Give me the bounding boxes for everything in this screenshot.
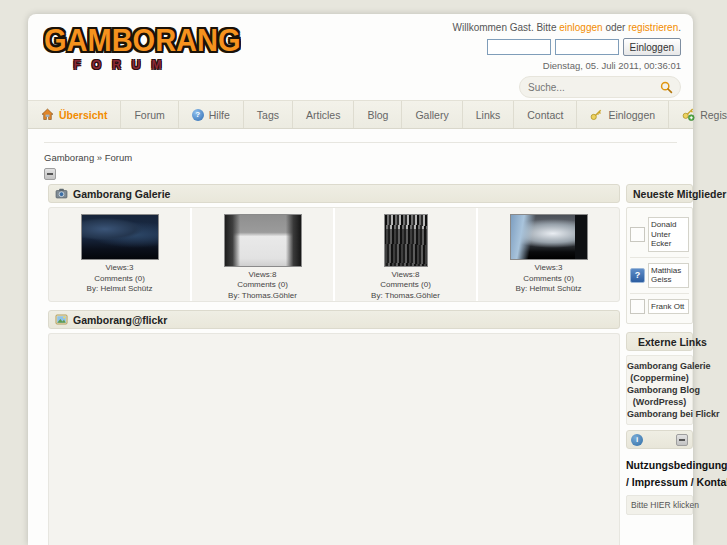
key-plus-icon [682,108,695,121]
search-input[interactable] [528,82,660,93]
gallery-section-title: Gamborang Galerie [73,188,170,200]
key-icon [590,108,603,121]
site-logo[interactable]: GAMBORANG FORUM [44,24,194,72]
comments-count: Comments (0) [516,274,582,285]
member-row: Donald Unter Ecker [630,212,689,257]
breadcrumb: Gamborang » Forum [44,152,132,163]
gallery-caption: Views:8 Comments (0) By: Thomas.Göhler [228,270,297,302]
gallery-thumbnail-4[interactable] [510,214,588,260]
collapse-icon[interactable] [44,168,56,180]
author-line: By: Thomas.Göhler [371,291,440,302]
nav-label: Registrieren [700,109,727,121]
welcome-suffix: . [678,22,681,33]
nav-item-contact[interactable]: Contact [514,101,577,128]
camera-icon [55,187,68,200]
gallery-item: Views:8 Comments (0) By: Thomas.Göhler [333,208,476,301]
nav-item-links[interactable]: Links [463,101,515,128]
legal-header: Nutzungsbedingungen / Impressum / Kontak… [626,457,693,491]
external-links-header: Externe Links [626,332,693,351]
legal-click-link[interactable]: Bitte HIER klicken [626,495,693,515]
question-avatar-icon[interactable]: ? [630,268,645,283]
nav-label: Blog [367,109,388,121]
divider [44,142,677,143]
member-name-link[interactable]: Matthias Geiss [648,263,689,288]
main-content: Gamborang Galerie Views:3 Comments (0) B… [48,184,620,545]
breadcrumb-home[interactable]: Gamborang [44,152,94,163]
login-form: Einloggen [487,38,681,56]
info-icon: i [631,434,643,446]
link-gamborang-blog-sub[interactable]: (WordPress) [627,396,692,408]
link-gamborang-flickr[interactable]: Gamborang bei Flickr [627,408,692,420]
datetime-display: Dienstag, 05. Juli 2011, 00:36:01 [543,60,681,71]
avatar[interactable] [630,299,645,314]
nav-item-gallery[interactable]: Gallery [402,101,462,128]
link-gamborang-galerie-sub[interactable]: (Coppermine) [627,372,692,384]
author-line: By: Helmut Schütz [87,284,153,295]
member-name-link[interactable]: Donald Unter Ecker [648,217,689,252]
comments-count: Comments (0) [371,280,440,291]
gallery-item: Views:3 Comments (0) By: Helmut Schütz [49,208,190,301]
sidebar: Neueste Mitglieder Donald Unter Ecker ? … [626,184,693,515]
nav-item-forum[interactable]: Forum [121,101,178,128]
nav-item-uebersicht[interactable]: Übersicht [28,101,121,128]
page-card: GAMBORANG FORUM Willkommen Gast. Bitte e… [28,14,693,545]
username-field[interactable] [487,39,551,55]
gallery-caption: Views:3 Comments (0) By: Helmut Schütz [87,263,153,295]
welcome-text-mid: oder [605,22,625,33]
author-line: By: Helmut Schütz [516,284,582,295]
collapse-icon-sidebar[interactable] [676,434,688,446]
members-box: Donald Unter Ecker ? Matthias Geiss Fran… [626,207,693,324]
gallery-thumbnail-2[interactable] [224,214,302,267]
logo-title: GAMBORANG [44,23,194,59]
legal-line-2: / Impressum / Kontakt [626,474,693,491]
home-icon [41,108,54,121]
nav-label: Hilfe [209,109,230,121]
members-header: Neueste Mitglieder [626,184,693,203]
nav-label: Forum [134,109,164,121]
comments-count: Comments (0) [228,280,297,291]
nav-item-tags[interactable]: Tags [244,101,293,128]
logo-subtitle: FORUM [44,58,194,72]
members-title: Neueste Mitglieder [633,188,726,200]
welcome-line: Willkommen Gast. Bitte einloggen oder re… [453,22,681,33]
gallery-item: Views:3 Comments (0) By: Helmut Schütz [476,208,619,301]
external-links-box: Gamborang Galerie (Coppermine) Gamborang… [626,355,693,425]
nav-label: Articles [306,109,340,121]
link-gamborang-galerie[interactable]: Gamborang Galerie [627,360,692,372]
breadcrumb-current[interactable]: Forum [105,152,132,163]
login-button[interactable]: Einloggen [623,38,681,56]
author-line: By: Thomas.Göhler [228,291,297,302]
gallery-thumbnail-1[interactable] [81,214,159,260]
password-field[interactable] [555,39,619,55]
info-bar: i [626,430,693,449]
views-count: Views:8 [228,270,297,281]
collapse-toggle-main[interactable] [44,168,56,180]
flickr-section-header: Gamborang@flickr [48,310,620,329]
login-link[interactable]: einloggen [559,22,602,33]
comments-count: Comments (0) [87,274,153,285]
avatar[interactable] [630,227,645,242]
member-name-link[interactable]: Frank Ott [648,299,689,315]
nav-item-registrieren[interactable]: Registrieren [669,101,727,128]
breadcrumb-separator: » [97,152,102,163]
nav-item-blog[interactable]: Blog [354,101,402,128]
gallery-section-header: Gamborang Galerie [48,184,620,203]
legal-line-1: Nutzungsbedingungen [626,457,693,474]
nav-item-einloggen[interactable]: Einloggen [577,101,669,128]
help-icon: ? [192,109,204,121]
gallery-caption: Views:8 Comments (0) By: Thomas.Göhler [371,270,440,302]
gallery-thumbnail-3[interactable] [384,214,428,267]
member-row: ? Matthias Geiss [630,257,689,293]
flickr-content-box [48,333,620,545]
nav-item-articles[interactable]: Articles [293,101,354,128]
link-gamborang-blog[interactable]: Gamborang Blog [627,384,692,396]
photo-icon [55,313,68,326]
nav-label: Übersicht [59,109,107,121]
nav-label: Gallery [415,109,448,121]
nav-label: Einloggen [608,109,655,121]
nav-item-hilfe[interactable]: ? Hilfe [179,101,244,128]
register-link[interactable]: registrieren [628,22,678,33]
search-icon[interactable] [660,81,673,94]
welcome-text: Willkommen Gast. Bitte [453,22,557,33]
gallery-caption: Views:3 Comments (0) By: Helmut Schütz [516,263,582,295]
